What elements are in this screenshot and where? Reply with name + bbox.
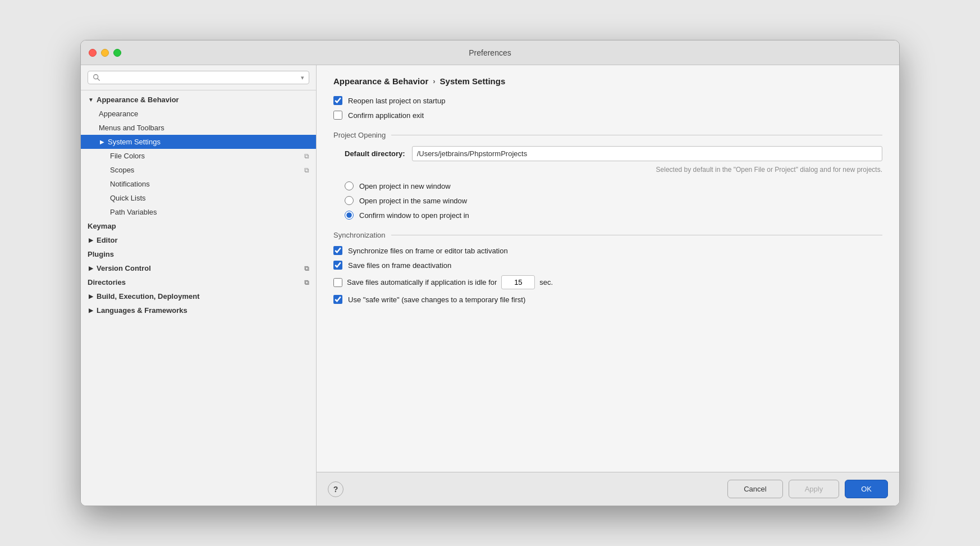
save-frame-checkbox[interactable] [333, 261, 342, 270]
open-same-window-row: Open project in the same window [333, 196, 882, 205]
default-dir-hint: Selected by default in the "Open File or… [333, 166, 882, 174]
apply-button[interactable]: Apply [789, 480, 840, 498]
expand-arrow-lang: ▶ [88, 307, 94, 314]
reopen-last-project-row: Reopen last project on startup [333, 96, 882, 105]
titlebar: Preferences [81, 40, 899, 65]
sidebar-item-appearance-behavior[interactable]: ▼ Appearance & Behavior [81, 93, 316, 107]
default-dir-input[interactable] [412, 146, 882, 161]
breadcrumb-parent: Appearance & Behavior [333, 76, 428, 86]
minimize-button[interactable] [101, 49, 109, 57]
traffic-lights [89, 49, 121, 57]
search-bar: ▾ [81, 65, 316, 90]
sidebar-item-appearance[interactable]: Appearance [81, 107, 316, 121]
copy-icon-file-colors: ⧉ [304, 152, 309, 160]
search-icon [93, 74, 100, 81]
expand-arrow: ▼ [88, 97, 94, 103]
search-dropdown-arrow[interactable]: ▾ [301, 74, 304, 81]
startup-section: Reopen last project on startup Confirm a… [333, 96, 882, 120]
sidebar-item-keymap[interactable]: Keymap [81, 219, 316, 233]
expand-arrow-system: ▶ [99, 139, 106, 145]
save-auto-row: Save files automatically if application … [333, 275, 882, 289]
sidebar-item-directories[interactable]: Directories ⧉ [81, 275, 316, 289]
sidebar-item-scopes[interactable]: Scopes ⧉ [81, 163, 316, 177]
sidebar-item-file-colors[interactable]: File Colors ⧉ [81, 149, 316, 163]
copy-icon-dirs: ⧉ [304, 279, 309, 286]
breadcrumb-child: System Settings [440, 76, 506, 86]
confirm-window-label: Confirm window to open project in [359, 211, 469, 220]
default-dir-row: Default directory: [333, 146, 882, 161]
copy-icon-vc: ⧉ [304, 265, 309, 272]
open-new-window-row: Open project in new window [333, 181, 882, 190]
sidebar-item-build-execution[interactable]: ▶ Build, Execution, Deployment [81, 289, 316, 303]
close-button[interactable] [89, 49, 97, 57]
ok-button[interactable]: OK [845, 480, 888, 498]
confirm-exit-checkbox[interactable] [333, 111, 342, 120]
sync-files-checkbox[interactable] [333, 246, 342, 255]
confirm-exit-row: Confirm application exit [333, 111, 882, 120]
sync-files-row: Synchronize files on frame or editor tab… [333, 246, 882, 255]
maximize-button[interactable] [113, 49, 121, 57]
safe-write-label: Use "safe write" (save changes to a temp… [348, 295, 525, 304]
confirm-window-radio[interactable] [345, 211, 354, 220]
sidebar-item-menus-toolbars[interactable]: Menus and Toolbars [81, 121, 316, 135]
save-auto-seconds-input[interactable] [501, 275, 535, 289]
footer: ? Cancel Apply OK [317, 472, 899, 506]
sync-files-label: Synchronize files on frame or editor tab… [348, 247, 508, 255]
sidebar-item-editor[interactable]: ▶ Editor [81, 233, 316, 247]
sidebar: ▾ ▼ Appearance & Behavior Appearance Men… [81, 65, 317, 506]
cancel-button[interactable]: Cancel [727, 480, 782, 498]
content-area: ▾ ▼ Appearance & Behavior Appearance Men… [81, 65, 899, 506]
default-dir-label: Default directory: [345, 149, 405, 158]
reopen-last-project-checkbox[interactable] [333, 96, 342, 105]
confirm-window-row: Confirm window to open project in [333, 211, 882, 220]
expand-arrow-vc: ▶ [88, 265, 94, 272]
sidebar-item-path-variables[interactable]: Path Variables [81, 205, 316, 219]
main-content: Appearance & Behavior › System Settings … [317, 65, 899, 506]
confirm-exit-label: Confirm application exit [348, 111, 424, 120]
synchronization-header: Synchronization [333, 231, 882, 239]
sidebar-item-version-control[interactable]: ▶ Version Control ⧉ [81, 261, 316, 275]
open-new-window-radio[interactable] [345, 181, 354, 190]
save-frame-row: Save files on frame deactivation [333, 261, 882, 270]
synchronization-section: Synchronization Synchronize files on fra… [333, 231, 882, 304]
sidebar-item-notifications[interactable]: Notifications [81, 177, 316, 191]
svg-line-1 [98, 79, 100, 81]
safe-write-checkbox[interactable] [333, 295, 342, 304]
sidebar-item-quick-lists[interactable]: Quick Lists [81, 191, 316, 205]
footer-right: Cancel Apply OK [727, 480, 888, 498]
project-opening-header: Project Opening [333, 131, 882, 139]
open-same-window-radio[interactable] [345, 196, 354, 205]
breadcrumb-separator: › [433, 77, 435, 85]
search-input[interactable] [104, 74, 297, 81]
sidebar-item-system-settings[interactable]: ▶ System Settings [81, 135, 316, 149]
save-auto-unit: sec. [539, 278, 553, 286]
open-new-window-label: Open project in new window [359, 182, 451, 190]
window-title: Preferences [469, 48, 511, 57]
main-inner: Appearance & Behavior › System Settings … [317, 65, 899, 472]
sidebar-item-languages-frameworks[interactable]: ▶ Languages & Frameworks [81, 303, 316, 317]
open-same-window-label: Open project in the same window [359, 197, 467, 205]
reopen-last-project-label: Reopen last project on startup [348, 97, 445, 105]
expand-arrow-build: ▶ [88, 293, 94, 300]
help-button[interactable]: ? [328, 481, 344, 497]
preferences-window: Preferences ▾ ▼ Appearance & Behav [80, 40, 900, 506]
footer-left: ? [328, 481, 344, 497]
copy-icon-scopes: ⧉ [304, 166, 309, 174]
save-auto-label: Save files automatically if application … [347, 278, 497, 286]
expand-arrow-editor: ▶ [88, 237, 94, 244]
sidebar-tree: ▼ Appearance & Behavior Appearance Menus… [81, 90, 316, 506]
save-frame-label: Save files on frame deactivation [348, 261, 451, 270]
search-wrapper[interactable]: ▾ [88, 71, 309, 84]
sidebar-item-plugins[interactable]: Plugins [81, 247, 316, 261]
project-opening-section: Project Opening Default directory: Selec… [333, 131, 882, 220]
safe-write-row: Use "safe write" (save changes to a temp… [333, 295, 882, 304]
breadcrumb: Appearance & Behavior › System Settings [333, 76, 882, 86]
save-auto-checkbox[interactable] [333, 278, 342, 287]
